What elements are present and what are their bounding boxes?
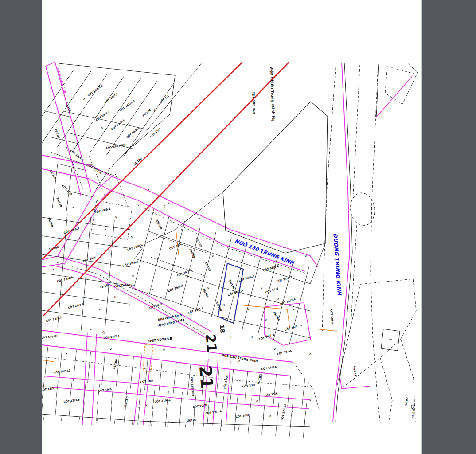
zoneE-row3-18 [289,419,291,437]
zoneE-row1-7 [145,359,148,390]
map-label-58: CỐT 35/2 [148,301,162,309]
survey-mark-33: × [198,217,200,220]
map-label-20: CỐT 181/2.1 [118,98,135,112]
map-label-60: CỐT 38/6.2 [262,264,279,272]
zoneE-row1-1 [59,348,62,380]
zoneE-row1-0 [45,347,48,378]
map-label-31: 38/100 [141,108,151,117]
survey-mark-25: × [273,348,276,351]
survey-mark-15: × [245,276,247,279]
zoneE-row2-8 [152,390,155,409]
map-label-61: CỐT 34/6.3 [276,275,293,283]
zoneE-row2-16 [263,399,265,419]
survey-mark-29: × [65,352,67,356]
map-label-65: CỐT 35/8 [284,324,297,332]
survey-mark-5: × [130,235,133,239]
map-label-27: CỐT 18/4.2 [70,149,85,161]
survey-mark-10: × [114,295,116,299]
survey-mark-38: × [83,97,85,101]
map-label-11: 18 [218,325,226,333]
map-label-43: CỐT 26/3.8 [67,301,84,309]
zoneB-cols-2 [105,220,114,334]
zoneC-teeth-7 [242,250,262,329]
zoneE-row3-2 [69,401,70,419]
map-label-46: CỐT 19B78L1 [114,282,134,288]
bottom-ticks-6 [150,420,151,426]
survey-mark-27: × [145,403,147,407]
zoneE-row3-12 [207,412,208,430]
dash-right-mid2 [351,225,357,331]
map-label-34: CỐT 12/4 [62,184,74,196]
document-viewer: NGÕ 130 TRUNG KÍNHĐƯỜNG TRUNG KÍNHViện C… [0,0,476,454]
zoneE-row3-5 [110,405,112,423]
survey-mark-4: × [59,256,62,259]
survey-mark-1: × [115,215,117,219]
road-low2-2 [42,387,309,409]
bottom-ticks-0 [43,415,44,420]
map-label-88: CỐT 19/3L [222,374,229,390]
survey-mark-46: × [211,254,214,258]
survey-mark-21: × [229,335,231,339]
map-label-40: CỐT 24/6 [82,255,96,263]
map-label-78: CỐT 23/7 [242,382,256,388]
zoneE-row2-4 [98,384,100,404]
diamond-mark-1: ◇ [102,330,105,334]
survey-mark-47: × [222,303,225,307]
road-mid-diag-1 [58,256,211,332]
survey-mark-11: × [98,308,101,311]
survey-mark-37: × [101,126,103,129]
orange-right [316,329,337,331]
map-label-55: 30/100 [228,279,235,290]
map-label-12: CỐT 19B/100 [190,377,195,396]
map-label-49: CỐT 31/2 [168,241,182,250]
map-label-15: CỐT 9/6L [411,404,416,418]
road-low2-1 [42,376,310,400]
parcel-tr-2 [407,63,418,73]
diamond-mark-0: ◇ [164,204,167,208]
map-label-36: 24/100 [47,217,54,227]
zoneE-row2-19 [304,403,307,423]
survey-mark-20: × [247,308,249,311]
road-mid-diag-2 [52,265,207,339]
dash-bottom-c [293,363,321,415]
survey-mark-26: × [256,399,258,403]
map-layer: NGÕ 130 TRUNG KÍNHĐƯỜNG TRUNG KÍNHViện C… [23,62,418,438]
zoneE-row3-6 [124,406,126,423]
zoneE-row2-13 [222,396,224,415]
survey-mark-16: × [260,286,262,290]
survey-mark-34: × [167,201,169,205]
road-ngo118-north [42,330,293,362]
map-label-80: CỐT 21/8 [264,391,278,397]
dash-tr-quad [385,67,417,104]
map-label-85: CỐT 20/7L [192,403,208,409]
zoneE-row3-16 [262,417,264,434]
zoneC-teeth-0 [134,209,154,288]
map-label-35: 26/100 [56,197,63,207]
map-label-82: 15/100 [186,418,197,422]
road-tr-diagonal [376,76,412,117]
zoneE-row2-1 [56,381,58,400]
map-label-77: CỐT 21/4.2 [154,398,171,403]
map-label-30: CỐT 19/2 [149,127,161,138]
dash-web-3 [341,279,416,389]
large-parcel [223,102,328,253]
map-label-45: CỐT 38/8.1 [122,259,139,267]
road-v1-2 [92,334,97,425]
dash-e-row [42,357,308,387]
map-label-3: TĐP 18B 9L4 [251,92,256,114]
zoneE-row3-17 [276,418,277,436]
map-label-25: 12/100 [65,102,72,112]
map-label-2: Viện Chiến Trung /Kinh Hạ [269,66,276,121]
map-label-37: CỐT 19/5.1 [94,207,111,214]
map-label-17: M [389,338,392,341]
survey-mark-3: × [78,237,81,240]
zoneE-row1-16 [273,374,277,405]
map-label-18: CỐT 197/4.8 [86,83,103,97]
dash-right-mid1 [353,65,360,194]
zoneB-rows-5 [42,310,130,323]
zoneA-dashed-1 [89,156,106,199]
survey-mark-13: × [189,276,191,279]
parcel-d-right [310,243,325,284]
map-label-70: CỐT 14B/4L [41,334,59,339]
map-label-10: 21 [195,365,217,390]
